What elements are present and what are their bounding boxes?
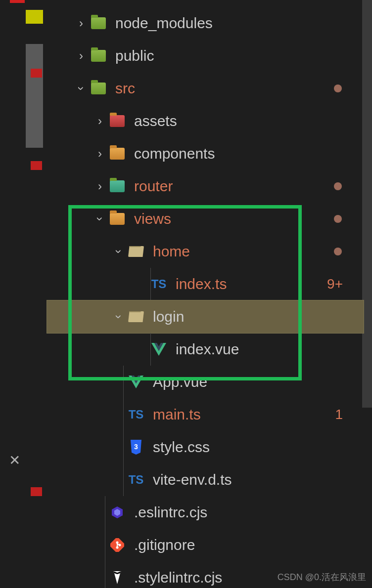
folder-label: home — [153, 243, 190, 260]
folder-public[interactable]: › public — [47, 40, 364, 72]
folder-nodejs-icon — [90, 14, 107, 32]
gutter-error-marker — [31, 69, 42, 78]
vue-icon — [127, 373, 145, 391]
modified-dot-icon — [334, 248, 342, 255]
folder-open-icon — [127, 243, 145, 260]
css-icon: 3 — [127, 438, 145, 456]
folder-public-icon — [90, 47, 107, 65]
modified-dot-icon — [334, 215, 342, 223]
file-label: main.ts — [153, 406, 201, 423]
chevron-right-icon: › — [73, 49, 90, 63]
svg-text:3: 3 — [134, 443, 138, 451]
error-count-badge: 9+ — [327, 276, 343, 292]
chevron-right-icon: › — [92, 179, 108, 193]
file-vite-env[interactable]: TS vite-env.d.ts — [47, 463, 364, 496]
editor-gutter — [0, 0, 47, 588]
file-label: .eslintrc.cjs — [134, 504, 207, 521]
chevron-right-icon: › — [92, 114, 108, 128]
chevron-down-icon: › — [93, 210, 107, 227]
file-label: vite-env.d.ts — [153, 471, 232, 488]
typescript-icon: TS — [127, 471, 145, 489]
git-icon — [108, 536, 126, 554]
folder-components-icon — [108, 145, 126, 163]
modified-dot-icon — [334, 84, 342, 92]
folder-node-modules[interactable]: › node_modules — [47, 7, 364, 40]
folder-open-icon — [127, 308, 145, 326]
eslint-icon — [108, 504, 126, 521]
gutter-error-marker — [31, 161, 42, 170]
close-icon[interactable]: ✕ — [9, 452, 20, 468]
chevron-down-icon: › — [112, 243, 126, 260]
file-style-css[interactable]: 3 style.css — [47, 431, 364, 463]
chevron-down-icon: › — [74, 80, 88, 97]
folder-label: components — [134, 145, 215, 162]
file-eslintrc[interactable]: .eslintrc.cjs — [47, 496, 364, 529]
folder-assets-icon — [108, 112, 126, 130]
file-label: .stylelintrc.cjs — [134, 569, 222, 586]
file-label: .gitignore — [134, 537, 195, 553]
folder-label: assets — [134, 113, 177, 129]
error-count-badge: 1 — [335, 407, 343, 422]
typescript-icon: TS — [150, 275, 168, 293]
folder-router[interactable]: › router — [47, 170, 364, 203]
folder-label: login — [153, 308, 184, 325]
folder-label: public — [115, 47, 154, 64]
folder-views[interactable]: › views — [47, 203, 364, 235]
scrollbar[interactable] — [362, 0, 372, 408]
file-home-index-ts[interactable]: TS index.ts 9+ — [47, 268, 364, 300]
folder-login[interactable]: › login — [47, 300, 364, 333]
stylelint-icon — [108, 569, 126, 587]
folder-label: views — [134, 210, 171, 227]
typescript-icon: TS — [127, 406, 145, 423]
file-explorer-tree: › node_modules › public › src › assets ›… — [47, 7, 364, 588]
folder-src-icon — [90, 80, 107, 97]
chevron-down-icon: › — [112, 308, 126, 325]
folder-home[interactable]: › home — [47, 235, 364, 268]
file-label: App.vue — [153, 374, 207, 390]
watermark-text: CSDN @0.活在风浪里 — [278, 571, 366, 583]
folder-label: router — [134, 178, 173, 195]
folder-src[interactable]: › src — [47, 72, 364, 105]
file-app-vue[interactable]: App.vue — [47, 366, 364, 398]
gutter-marker — [10, 0, 25, 3]
folder-router-icon — [108, 177, 126, 195]
gutter-error-marker — [31, 487, 42, 496]
folder-views-icon — [108, 210, 126, 228]
vue-icon — [150, 340, 168, 358]
folder-label: node_modules — [115, 15, 213, 32]
file-label: style.css — [153, 439, 210, 456]
gutter-marker — [26, 44, 43, 148]
file-main-ts[interactable]: TS main.ts 1 — [47, 398, 364, 431]
file-label: index.ts — [176, 276, 227, 293]
file-label: index.vue — [176, 341, 239, 358]
file-gitignore[interactable]: .gitignore — [47, 529, 364, 561]
folder-label: src — [115, 80, 135, 97]
gutter-marker — [26, 10, 43, 24]
folder-components[interactable]: › components — [47, 137, 364, 170]
modified-dot-icon — [334, 182, 342, 190]
file-login-index-vue[interactable]: index.vue — [47, 333, 364, 366]
chevron-right-icon: › — [73, 16, 90, 30]
chevron-right-icon: › — [92, 147, 108, 161]
folder-assets[interactable]: › assets — [47, 105, 364, 137]
